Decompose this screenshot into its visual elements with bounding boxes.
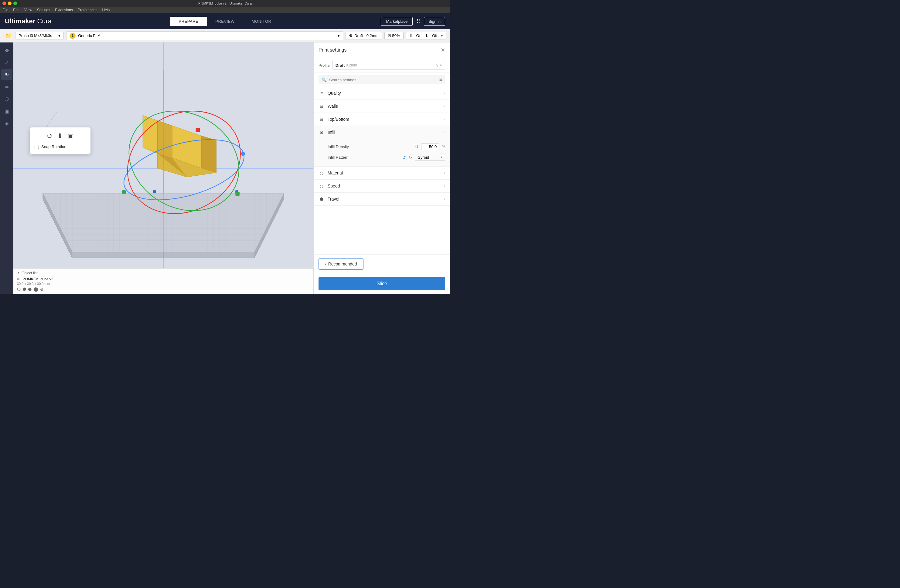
infill-pattern-value: Gyroid xyxy=(417,155,429,159)
object-dimensions: 30.0 x 30.0 x 30.0 mm xyxy=(17,282,310,286)
printer-selector[interactable]: Prusa i3 Mk3/Mk3s ▾ xyxy=(15,32,64,39)
quality-label: Quality xyxy=(327,91,444,96)
settings-walls[interactable]: ⊟ Walls ‹ xyxy=(313,100,450,113)
menu-help[interactable]: Help xyxy=(102,8,110,12)
menu-settings[interactable]: Settings xyxy=(37,8,50,12)
profile-selector[interactable]: Draft 0.2mm ☆ ▾ xyxy=(332,61,445,70)
marketplace-button[interactable]: Marketplace xyxy=(381,17,413,26)
recommended-button[interactable]: ‹ Recommended xyxy=(318,258,363,270)
infill-density-input[interactable] xyxy=(421,143,439,150)
object-list-title: Object list xyxy=(22,271,38,275)
settings-travel[interactable]: ⬟ Travel ‹ xyxy=(313,193,450,206)
panel-header: Print settings ✕ xyxy=(313,42,450,58)
title-bar: PI3MK3M_cube v2 - Ultimaker Cura xyxy=(0,0,450,7)
tab-prepare[interactable]: PREPARE xyxy=(170,17,207,26)
tool-move[interactable]: ✥ xyxy=(1,45,12,56)
support-label: On xyxy=(416,33,422,38)
rotate-reset-icon[interactable]: ↺ xyxy=(47,132,52,140)
3d-scene xyxy=(13,42,313,294)
infill-icon: ⊠ xyxy=(388,33,391,38)
infill-pattern-selector[interactable]: Gyroid ▾ xyxy=(415,154,445,161)
printer-name: Prusa i3 Mk3/Mk3s xyxy=(19,33,52,38)
object-list: ∧ Object list ✏ PI3MK3M_cube v2 30.0 x 3… xyxy=(13,268,313,294)
object-icon-2[interactable]: ⬢ xyxy=(22,287,26,292)
search-input[interactable] xyxy=(329,78,437,82)
object-name: PI3MK3M_cube v2 xyxy=(22,277,53,281)
infill-pattern-reset[interactable]: ↺ xyxy=(402,155,406,160)
quality-icon: ≡ xyxy=(318,90,324,96)
settings-material[interactable]: ◎ Material ‹ xyxy=(313,167,450,179)
infill-percentage[interactable]: ⊠ 50% xyxy=(385,32,403,39)
close-button[interactable] xyxy=(2,2,6,5)
material-icon: ◎ xyxy=(318,170,324,176)
slice-button[interactable]: Slice xyxy=(318,277,445,290)
settings-speed[interactable]: ◎ Speed ‹ xyxy=(313,179,450,193)
object-icon-3[interactable]: ⬣ xyxy=(28,287,32,292)
panel-close-button[interactable]: ✕ xyxy=(441,47,445,53)
object-icon-4[interactable]: ⬤ xyxy=(33,287,38,292)
settings-quality[interactable]: ≡ Quality ‹ xyxy=(313,87,450,100)
tab-preview[interactable]: PREVIEW xyxy=(207,17,243,26)
minimize-button[interactable] xyxy=(8,2,12,5)
profile-label: Draft - 0.2mm xyxy=(354,33,378,38)
settings-infill[interactable]: ⊠ Infill ∨ xyxy=(313,126,450,139)
rotate-per-face-icon[interactable]: ▣ xyxy=(67,132,74,140)
infill-density-label: Infill Density xyxy=(327,144,413,149)
profile-favorite-icon[interactable]: ☆ xyxy=(435,63,439,68)
open-folder-icon[interactable]: 📁 xyxy=(4,31,13,40)
menu-edit[interactable]: Edit xyxy=(13,8,19,12)
filter-icon[interactable]: ≡ xyxy=(439,77,442,82)
object-list-header[interactable]: ∧ Object list xyxy=(17,271,310,275)
object-icon-5[interactable]: ⊕ xyxy=(40,287,44,292)
settings-list: ≡ Quality ‹ ⊟ Walls ‹ ⊟ Top/Bottom ‹ ⊠ I… xyxy=(313,87,450,254)
profile-settings[interactable]: ⚙ Draft - 0.2mm xyxy=(346,32,382,39)
printer-dropdown-arrow: ▾ xyxy=(58,33,61,38)
infill-density-reset[interactable]: ↺ xyxy=(415,144,419,149)
infill-density-row: Infill Density ↺ % xyxy=(327,141,445,152)
menu-bar: File Edit View Settings Extensions Prefe… xyxy=(0,7,450,13)
signin-button[interactable]: Sign in xyxy=(424,17,445,26)
nav-tabs: PREPARE PREVIEW MONITOR xyxy=(170,17,280,26)
app-logo: Ultimaker Cura xyxy=(5,17,52,25)
profile-row: Profile Draft 0.2mm ☆ ▾ xyxy=(313,58,450,73)
tool-mirror[interactable]: ⇔ xyxy=(1,81,12,92)
object-icon-1[interactable]: ⬡ xyxy=(17,287,21,292)
walls-label: Walls xyxy=(327,104,444,108)
profile-sub: 0.2mm xyxy=(346,63,357,67)
menu-preferences[interactable]: Preferences xyxy=(78,8,98,12)
svg-rect-19 xyxy=(235,192,240,196)
window-title: PI3MK3M_cube v2 - Ultimaker Cura xyxy=(198,2,252,5)
tab-monitor[interactable]: MONITOR xyxy=(243,17,280,26)
menu-file[interactable]: File xyxy=(2,8,8,12)
tool-group[interactable]: ▣ xyxy=(1,105,12,116)
tool-rotate[interactable]: ↻ xyxy=(1,69,12,80)
material-selector[interactable]: 1 Generic PLA ▾ xyxy=(66,31,343,40)
infill-pattern-fx[interactable]: ƒx xyxy=(408,155,412,159)
traffic-lights xyxy=(2,2,17,5)
infill-pattern-arrow: ▾ xyxy=(441,155,442,159)
menu-view[interactable]: View xyxy=(24,8,32,12)
maximize-button[interactable] xyxy=(13,2,17,5)
tool-scale[interactable]: ⤢ xyxy=(1,57,12,68)
settings-icon: ⚙ xyxy=(349,33,352,38)
snap-rotation-checkbox[interactable] xyxy=(35,145,39,149)
menu-extensions[interactable]: Extensions xyxy=(55,8,73,12)
speed-arrow: ‹ xyxy=(444,184,445,188)
rotation-icons: ↺ ⬇ ▣ xyxy=(35,132,85,140)
recommended-bar: ‹ Recommended xyxy=(313,254,450,273)
material-dropdown-arrow: ▾ xyxy=(338,33,340,38)
svg-rect-5 xyxy=(153,190,156,193)
rotate-lay-flat-icon[interactable]: ⬇ xyxy=(57,132,62,140)
walls-icon: ⊟ xyxy=(318,103,324,109)
object-action-icons: ⬡ ⬢ ⬣ ⬤ ⊕ xyxy=(17,287,310,292)
settings-top-bottom[interactable]: ⊟ Top/Bottom ‹ xyxy=(313,113,450,126)
apps-icon[interactable]: ⠿ xyxy=(416,18,420,25)
pencil-icon: ✏ xyxy=(17,277,20,281)
panel-title: Print settings xyxy=(318,47,441,53)
support-adhesion-controls[interactable]: ⬆ On ⬇ Off ▾ xyxy=(406,32,446,39)
tool-support[interactable]: ⬡ xyxy=(1,93,12,104)
tool-per-model[interactable]: ◈ xyxy=(1,118,12,128)
3d-viewport[interactable]: ↺ ⬇ ▣ Snap Rotation ∧ Object list ✏ PI3M… xyxy=(13,42,313,294)
travel-icon: ⬟ xyxy=(318,196,324,202)
print-settings-panel: Print settings ✕ Profile Draft 0.2mm ☆ ▾… xyxy=(313,42,450,294)
